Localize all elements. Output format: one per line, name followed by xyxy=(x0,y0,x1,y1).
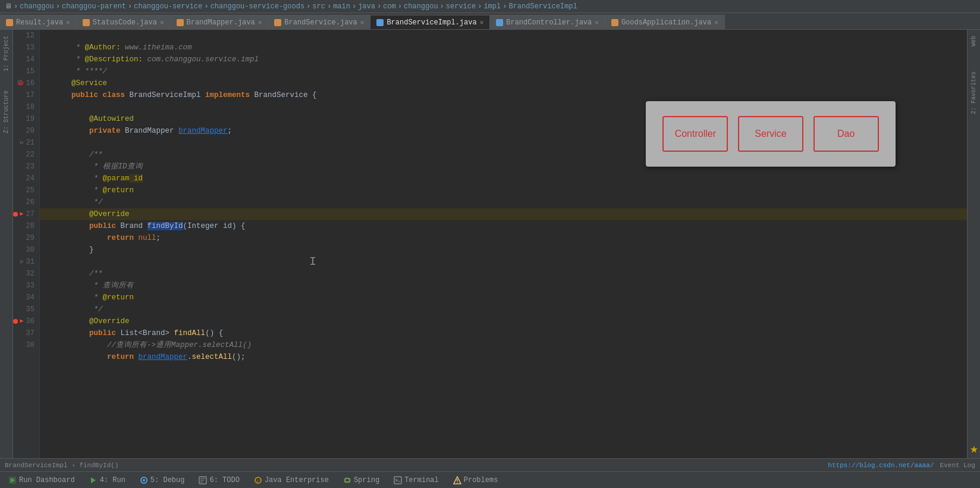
tab-statuscode[interactable]: StatusCode.java ✕ xyxy=(77,15,171,29)
line-num-19: 19 xyxy=(13,113,34,125)
tab-brandmapper[interactable]: BrandMapper.java ✕ xyxy=(171,15,269,29)
bc-changgou[interactable]: changgou xyxy=(20,2,54,11)
code-line-32: * 查询所有 xyxy=(40,268,967,280)
problems-icon xyxy=(453,476,461,484)
tab-brandserviceimpl[interactable]: BrandServiceImpl.java ✕ xyxy=(370,15,490,29)
bc-service2[interactable]: service xyxy=(446,2,476,11)
star-icon[interactable] xyxy=(970,445,978,456)
close-brandcontroller[interactable]: ✕ xyxy=(595,18,599,26)
line-num-36: ▶ 36 xyxy=(13,315,34,327)
line-num-27: ▶ 27 xyxy=(13,208,34,220)
bc-changgou2[interactable]: changgou xyxy=(404,2,438,11)
tab-result[interactable]: Result.java ✕ xyxy=(0,15,77,29)
tab-brandservice[interactable]: BrandService.java ✕ xyxy=(268,15,370,29)
sidebar-item-favorites[interactable]: 2: Favorites xyxy=(970,68,977,118)
tab-icon-brandmapper xyxy=(177,19,184,26)
sidebar-item-web[interactable]: Web xyxy=(970,32,977,50)
line-num-23: 23 xyxy=(13,161,34,173)
line-num-34: 34 xyxy=(13,292,34,304)
line-num-13: 13 xyxy=(13,42,34,54)
svg-point-18 xyxy=(457,482,458,483)
line-num-17: 17 xyxy=(13,89,34,101)
left-sidebar: 1: Project Z: Structure xyxy=(0,30,13,458)
svg-marker-3 xyxy=(91,477,96,483)
tab-icon-goodsapplication xyxy=(611,19,618,26)
javaee-button[interactable]: J Java Enterprise xyxy=(250,475,332,486)
bc-java[interactable]: java xyxy=(358,2,375,11)
controller-box[interactable]: Controller xyxy=(662,116,728,152)
line-num-35: 35 xyxy=(13,304,34,315)
service-diagram-popup: Controller Service Dao xyxy=(646,101,896,167)
service-box[interactable]: Service xyxy=(738,116,803,152)
code-line-35: @Override xyxy=(40,304,967,315)
spring-icon xyxy=(343,476,351,484)
breadcrumb-icon: 🖥 xyxy=(5,2,12,11)
code-line-12: * @Author: www.itheima.com xyxy=(40,30,967,42)
line-num-33: 33 xyxy=(13,280,34,292)
breakpoint-27[interactable] xyxy=(13,212,18,217)
sidebar-item-project[interactable]: 1: Project xyxy=(3,32,10,75)
terminal-button[interactable]: Terminal xyxy=(390,475,442,486)
debug-button[interactable]: 5: Debug xyxy=(136,475,189,486)
run-button[interactable]: 4: Run xyxy=(86,475,129,486)
tab-icon-result xyxy=(6,19,13,26)
close-brandmapper[interactable]: ✕ xyxy=(258,18,262,26)
run-dashboard-button[interactable]: Run Dashboard xyxy=(5,475,78,486)
line-num-21: ▷ 21 xyxy=(13,137,34,149)
tab-icon-brandservice xyxy=(274,19,281,26)
close-result[interactable]: ✕ xyxy=(66,18,70,26)
todo-icon xyxy=(199,476,207,484)
tab-goodsapplication[interactable]: GoodsApplication.java ✕ xyxy=(605,15,725,29)
code-line-27: public Brand findById(Integer id) { xyxy=(40,208,967,220)
tab-bar: Result.java ✕ StatusCode.java ✕ BrandMap… xyxy=(0,13,980,30)
close-brandservice[interactable]: ✕ xyxy=(360,18,365,26)
run-dashboard-icon xyxy=(8,476,17,484)
code-line-24: * @return xyxy=(40,173,967,184)
line-num-38: 38 xyxy=(13,339,34,351)
bc-src[interactable]: src xyxy=(312,2,325,11)
bottom-toolbar: Run Dashboard 4: Run 5: Debug 6: TODO J … xyxy=(0,471,980,488)
bc-main[interactable]: main xyxy=(333,2,350,11)
tab-icon-brandcontroller xyxy=(496,19,503,26)
terminal-icon xyxy=(394,476,402,484)
breadcrumb-bar: 🖥 › changgou › changgou-parent › changgo… xyxy=(0,0,980,13)
bc-service[interactable]: changgou-service xyxy=(134,2,202,11)
close-brandserviceimpl[interactable]: ✕ xyxy=(480,18,484,26)
code-editor[interactable]: * @Author: www.itheima.com * @Descriptio… xyxy=(40,30,967,458)
code-line-30: I xyxy=(40,244,967,256)
bc-impl[interactable]: impl xyxy=(483,2,501,11)
status-bar: BrandServiceImpl › findById() https://bl… xyxy=(0,458,980,471)
code-line-26: @Override xyxy=(40,196,967,208)
bottom-breadcrumb: BrandServiceImpl › findById() xyxy=(5,462,118,469)
code-line-15: @Service xyxy=(40,65,967,77)
line-num-15: 15 xyxy=(13,65,34,77)
code-line-33: * @return xyxy=(40,280,967,292)
line-num-14: 14 xyxy=(13,54,34,65)
bc-goods[interactable]: changgou-service-goods xyxy=(211,2,304,11)
tab-icon-brandserviceimpl xyxy=(376,19,384,26)
line-num-22: 22 xyxy=(13,149,34,161)
close-goodsapplication[interactable]: ✕ xyxy=(714,18,718,26)
blog-link[interactable]: https://blog.csdn.net/aaaa/ xyxy=(828,462,934,469)
svg-text:J: J xyxy=(256,479,259,483)
sidebar-item-structure[interactable]: Z: Structure xyxy=(3,87,10,137)
bc-com[interactable]: com xyxy=(383,2,396,11)
close-statuscode[interactable]: ✕ xyxy=(160,18,164,26)
line-num-30: 30 xyxy=(13,244,34,256)
breakpoint-36[interactable] xyxy=(13,319,18,324)
svg-point-5 xyxy=(143,479,145,481)
line-num-12: 12 xyxy=(13,30,34,42)
bc-class[interactable]: BrandServiceImpl xyxy=(508,2,577,11)
line-num-29: 29 xyxy=(13,232,34,244)
line-num-37: 37 xyxy=(13,327,34,339)
run-icon xyxy=(89,476,98,484)
problems-button[interactable]: Problems xyxy=(450,475,502,486)
line-num-24: 24 xyxy=(13,173,34,184)
event-log-link[interactable]: Event Log xyxy=(940,462,975,469)
code-line-16: public class BrandServiceImpl implements… xyxy=(40,77,967,89)
tab-brandcontroller[interactable]: BrandController.java ✕ xyxy=(490,15,605,29)
bc-parent[interactable]: changgou-parent xyxy=(62,2,126,11)
todo-button[interactable]: 6: TODO xyxy=(195,475,243,486)
dao-box[interactable]: Dao xyxy=(813,116,879,152)
spring-button[interactable]: Spring xyxy=(340,475,383,486)
